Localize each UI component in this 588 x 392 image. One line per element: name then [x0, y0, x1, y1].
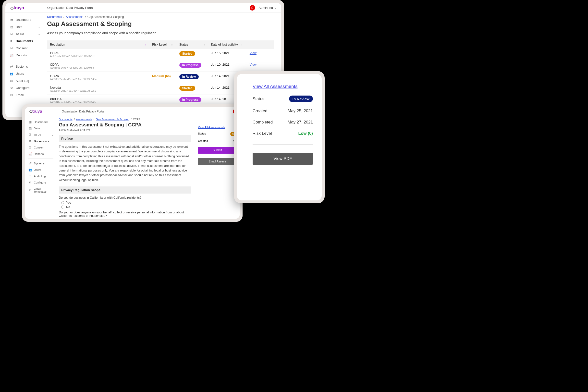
breadcrumb: Documents / Assessments / Gap Assessment…: [47, 15, 274, 18]
regulation-id: fee2bd64-2d81-4a91-9c47-cdad11781281: [50, 90, 146, 92]
status-badge: In Review: [289, 96, 313, 102]
date-value: Jun 15, 2021: [208, 49, 246, 60]
breadcrumb-assessments[interactable]: Assessments: [76, 118, 92, 121]
sidebar-item-todo[interactable]: ☑To Do⌄: [25, 132, 57, 138]
systems-icon: ☍: [28, 162, 32, 165]
breadcrumb-assessments[interactable]: Assessments: [66, 15, 83, 18]
sidebar-item-configure[interactable]: ⚙Configure: [25, 179, 57, 186]
sidebar-item-dashboard[interactable]: ▦Dashboard: [6, 16, 44, 23]
audit-icon: 🕮: [10, 79, 13, 82]
chevron-down-icon: ⌄: [274, 6, 276, 9]
breadcrumb-documents[interactable]: Documents: [59, 118, 72, 121]
sidebar-item-todo[interactable]: ☑To Do⌄: [6, 30, 44, 38]
risk-label: Risk Level: [252, 131, 272, 136]
portal-title: Organization Data Privacy Portal: [62, 110, 104, 113]
regulation-id: 2433846c-bcbd-11eb-a2e6-ec06569d148a: [50, 101, 146, 104]
sidebar-item-systems[interactable]: ☍Systems: [6, 63, 44, 70]
divider: [252, 144, 313, 144]
col-risk[interactable]: Risk Level↑↓: [149, 40, 176, 49]
view-link[interactable]: View: [250, 51, 256, 55]
view-link[interactable]: View: [250, 63, 256, 66]
sort-icon: ↑↓: [144, 43, 146, 46]
notifications-bell-icon[interactable]: [250, 5, 255, 10]
top-bar: ◇truyo Organization Data Privacy Portal …: [6, 3, 281, 13]
completed-label: Completed: [252, 120, 273, 125]
regulation-name: Nevada: [50, 86, 146, 90]
created-label: Created: [198, 140, 208, 142]
email-icon: ✉: [10, 93, 13, 97]
created-value: May 25, 2021: [288, 108, 313, 114]
col-regulation[interactable]: Regulation↑↓: [47, 40, 149, 49]
col-date[interactable]: Date of last activity↑↓: [208, 40, 246, 49]
status-label: Status: [252, 96, 264, 102]
regulation-name: CDPA: [50, 63, 146, 66]
preface-text: The questions in this assessment not exh…: [59, 144, 190, 182]
user-menu[interactable]: Admin Inu ⌄: [258, 6, 276, 10]
question-2: Do you, or does anyone on your behalf, c…: [59, 211, 190, 218]
regulation-name: PIPEDA: [50, 97, 146, 101]
view-pdf-button[interactable]: View PDF: [252, 153, 313, 165]
view-all-link[interactable]: View All Assessments: [198, 126, 225, 128]
question-1: Do you do business in California or with…: [59, 196, 190, 200]
regulation-id: fe168601-067c-47cf-8dbe-bdf712f00758: [50, 66, 146, 69]
breadcrumb-gap[interactable]: Gap Assessment & Scoping: [96, 118, 129, 121]
status-badge: In Progress: [179, 63, 202, 68]
documents-icon: 🗎: [28, 140, 32, 143]
date-value: Jun 10, 2021: [208, 60, 246, 72]
view-all-link[interactable]: View All Assessments: [252, 84, 298, 89]
sidebar-item-reports[interactable]: 📈Reports: [25, 151, 57, 157]
users-icon: 👥: [28, 168, 32, 172]
sidebar-item-consent[interactable]: ☑Consent: [6, 44, 44, 52]
saved-timestamp: Saved 6/15/2021 3:43 PM: [59, 128, 190, 131]
email-assessment-button[interactable]: Email Assess: [198, 158, 237, 165]
option-no[interactable]: No: [61, 205, 190, 209]
status-badge: Started: [179, 86, 195, 91]
sidebar-item-dashboard[interactable]: ▦Dashboard: [25, 119, 57, 125]
col-status[interactable]: Status↑↓: [176, 40, 208, 49]
section-scope: Privacy Regulation Scope: [59, 186, 190, 194]
radio-icon: [61, 206, 64, 208]
sidebar-item-reports[interactable]: 📈Reports: [6, 52, 44, 59]
assessment-side-panel: View All Assessments StatusSt CreatedMa …: [196, 116, 240, 219]
sidebar-item-users[interactable]: 👥Users: [25, 166, 57, 173]
sidebar-item-configure[interactable]: ⚙Configure: [6, 84, 44, 92]
assessment-detail-window: ◇truyo Organization Data Privacy Portal …: [22, 104, 242, 222]
sidebar-item-audit[interactable]: 🕮Audit Log: [25, 173, 57, 179]
sort-icon: ↑↓: [241, 43, 244, 46]
chevron-down-icon: ⌄: [52, 134, 54, 136]
sidebar-item-systems[interactable]: ☍Systems: [25, 160, 57, 166]
sidebar-item-data[interactable]: ▤Data⌄: [6, 23, 44, 30]
users-icon: 👥: [10, 72, 13, 76]
sidebar-item-users[interactable]: 👥Users: [6, 70, 44, 77]
sidebar-item-documents[interactable]: 🗎Documents: [6, 38, 44, 44]
portal-title: Organization Data Privacy Portal: [47, 6, 94, 10]
consent-icon: ☑: [10, 46, 13, 50]
completed-value: May 27, 2021: [288, 120, 313, 125]
sidebar-item-email[interactable]: ✉Email: [6, 92, 44, 98]
regulation-name: CCPA: [50, 51, 146, 55]
submit-button[interactable]: Submit: [198, 147, 237, 154]
configure-icon: ⚙: [10, 86, 13, 90]
option-yes[interactable]: Yes: [61, 201, 190, 204]
consent-icon: ☑: [28, 146, 32, 149]
sidebar-item-data[interactable]: ▤Data⌄: [25, 125, 57, 132]
status-label: Status: [198, 132, 206, 136]
systems-icon: ☍: [10, 65, 13, 68]
sort-icon: ↑↓: [171, 43, 174, 46]
sidebar-item-consent[interactable]: ☑Consent: [25, 144, 57, 151]
breadcrumb-documents[interactable]: Documents: [47, 15, 62, 18]
sidebar-item-audit[interactable]: 🕮Audit Log: [6, 77, 44, 84]
chevron-down-icon: ⌄: [52, 127, 54, 130]
page-title: Gap Assessment & Scoping | CCPA: [59, 122, 190, 128]
brand-logo: ◇truyo: [30, 109, 42, 114]
regulation-id: 24338372-bcbd-11eb-a2e6-ec06569d148a: [50, 78, 146, 80]
created-label: Created: [252, 108, 267, 114]
reports-icon: 📈: [10, 54, 13, 57]
sidebar-item-email-templates[interactable]: ✉Email Templates: [25, 186, 57, 194]
breadcrumb: Documents / Assessments / Gap Assessment…: [59, 118, 190, 121]
risk-level: Medium (66): [152, 74, 171, 78]
sort-icon: ↑↓: [202, 43, 205, 46]
dashboard-icon: ▦: [10, 18, 13, 22]
sidebar-item-documents[interactable]: 🗎Documents: [25, 138, 57, 144]
sidebar: ▦Dashboard ▤Data⌄ ☑To Do⌄ 🗎Documents ☑Co…: [6, 13, 44, 117]
